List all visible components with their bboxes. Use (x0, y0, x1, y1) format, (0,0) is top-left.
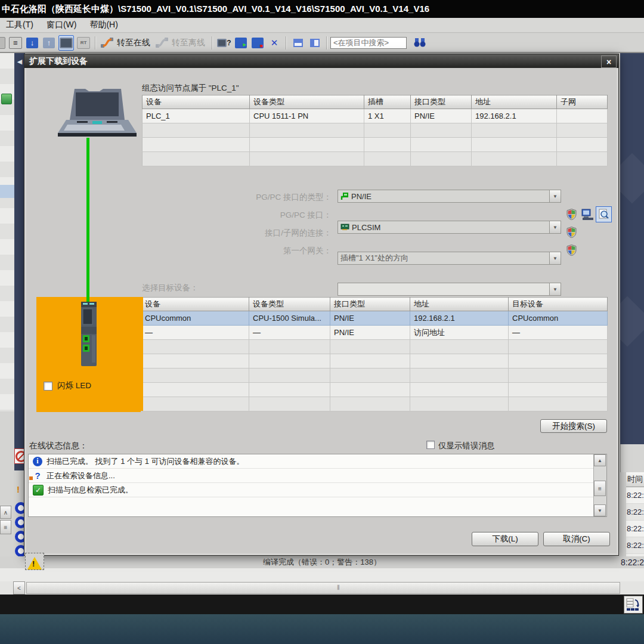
download-to-device-icon[interactable]: ↓ (25, 36, 39, 50)
go-offline-label[interactable]: 转至离线 (172, 38, 205, 48)
target-row-selected[interactable]: CPUcommonCPU-1500 Simula... PN/IE192.168… (141, 311, 608, 326)
go-online-icon[interactable] (100, 36, 114, 50)
uac-shield-icon (566, 244, 577, 256)
hscroll-grip[interactable]: ⦀ (337, 584, 340, 592)
table-row[interactable] (141, 397, 608, 411)
cancel-button[interactable]: 取消(C) (543, 532, 610, 546)
column-header[interactable]: 设备 (141, 298, 249, 311)
window-titlebar: 中石化洛阳（陕西延长中煤）\S71500_AVI_V0.1\S71500_AVI… (0, 0, 644, 18)
save-window-settings-icon[interactable]: ▥ (8, 36, 23, 50)
plc-device-image (80, 301, 98, 367)
go-online-label[interactable]: 转至在线 (117, 38, 150, 48)
uac-shield-icon (566, 227, 577, 238)
warning-exclaim-icon: ! (17, 484, 20, 494)
left-scroll-thumb[interactable]: ≡ (0, 520, 11, 534)
status-message[interactable]: ? 正在检索设备信息... (29, 469, 594, 483)
compile-warning-selection[interactable]: ! (25, 553, 44, 570)
scroll-up-button[interactable]: ▲ (594, 454, 606, 466)
download-dialog: 扩展下载到设备 × 组态访问节点属于 "PLC_1" 设备 设备类型 插槽 接口… (24, 54, 619, 556)
menu-help[interactable]: 帮助(H) (89, 20, 117, 30)
column-header[interactable]: 接口类型 (330, 298, 410, 311)
tree-selected-row[interactable] (0, 185, 14, 198)
left-scroll-up-button[interactable]: ∧ (0, 506, 11, 519)
retrieving-icon: ? (33, 471, 42, 481)
pgpc-type-select[interactable]: PN/IE ▼ (338, 190, 561, 203)
time-cell: 8:22:2 (626, 537, 644, 554)
column-header[interactable]: 设备类型 (250, 95, 364, 109)
column-header[interactable]: 子网 (557, 95, 608, 109)
pgpc-if-select[interactable]: PLCSIM ▼ (338, 221, 561, 234)
plcsim-card-icon (340, 224, 349, 231)
pnie-icon (340, 192, 349, 200)
pg-laptop-image (54, 84, 144, 141)
close-icon: × (606, 57, 611, 67)
start-search-button[interactable]: 开始搜索(S) (540, 419, 607, 433)
horizontal-scrollbar[interactable]: < ⦀ (0, 581, 644, 595)
download-button[interactable]: 下载(L) (472, 532, 538, 546)
portal-view-button[interactable] (624, 596, 643, 614)
target-row[interactable]: —— PN/IE访问地址 — (141, 326, 608, 340)
table-row[interactable] (143, 123, 608, 138)
accessible-devices-icon[interactable]: ? (217, 36, 231, 50)
watermark-shape (620, 153, 644, 204)
runtime-icon[interactable]: RT (76, 36, 91, 50)
table-row[interactable] (143, 138, 608, 152)
compile-status-text: 编译完成（错误：0；警告：138） (263, 558, 381, 566)
select-target-label: 选择目标设备： (142, 283, 199, 293)
menu-window[interactable]: 窗口(W) (47, 20, 77, 30)
table-row[interactable] (141, 383, 608, 397)
connection-select[interactable]: 插槽"1 X1"处的方向 ▼ (338, 252, 561, 265)
info-icon: i (33, 457, 42, 466)
column-header[interactable]: 插槽 (364, 95, 411, 109)
gateway-select[interactable]: ▼ (338, 283, 561, 296)
column-header[interactable]: 地址 (410, 298, 509, 311)
split-horizontal-icon[interactable] (291, 36, 305, 50)
hscroll-left-button[interactable]: < (13, 581, 25, 595)
table-row[interactable] (141, 354, 608, 369)
split-vertical-icon[interactable] (308, 36, 322, 50)
column-header[interactable]: 设备 (143, 95, 250, 109)
search-devices-button[interactable] (596, 206, 612, 222)
stop-cpu-icon[interactable]: ■ (250, 36, 265, 50)
computer-icon[interactable] (581, 209, 595, 221)
tree-item-icon[interactable] (1, 94, 12, 104)
menu-bar: 工具(T) 窗口(W) 帮助(H) (0, 18, 644, 33)
start-cpu-icon[interactable]: ▸ (234, 36, 248, 50)
table-row[interactable] (141, 369, 608, 383)
dialog-close-button[interactable]: × (601, 55, 617, 68)
cross-reference-icon[interactable]: ✕ (267, 36, 281, 50)
time-cell: 8:22:2 (626, 521, 644, 537)
table-row[interactable] (141, 340, 608, 354)
go-offline-icon[interactable] (155, 36, 169, 50)
status-message[interactable]: ✓ 扫描与信息检索已完成。 (29, 483, 594, 497)
flash-led-checkbox[interactable] (44, 382, 52, 391)
time-column-header: 时间 (626, 472, 644, 487)
column-header[interactable]: 接口类型 (411, 95, 472, 109)
status-spacer (0, 568, 644, 581)
dialog-titlebar[interactable]: 扩展下载到设备 (24, 54, 618, 68)
hscroll-track[interactable]: ⦀ (26, 582, 620, 594)
column-header[interactable]: 地址 (472, 95, 557, 109)
upload-from-device-icon[interactable]: ↑ (42, 36, 56, 50)
table-row[interactable] (143, 152, 608, 166)
status-message[interactable]: i 扫描已完成。 找到了 1 个与 1 可访问设备相兼容的设备。 (29, 454, 594, 469)
scroll-down-button[interactable]: ▼ (594, 504, 606, 516)
dropdown-arrow-icon[interactable]: ▼ (549, 283, 561, 295)
table-row[interactable]: PLC_1CPU 1511-1 PN 1 X1PN/IE 192.168.2.1 (143, 109, 608, 123)
scroll-thumb[interactable]: ≡ (594, 481, 606, 496)
target-device-table: 设备 设备类型 接口类型 地址 目标设备 CPUcommonCPU-1500 S… (141, 297, 608, 411)
messages-scrollbar[interactable]: ▲ ≡ ▼ (593, 454, 606, 516)
menu-tools[interactable]: 工具(T) (6, 20, 33, 30)
column-header[interactable]: 目标设备 (509, 298, 608, 311)
start-simulation-icon[interactable] (58, 35, 74, 51)
status-message-text: 扫描已完成。 找到了 1 个与 1 可访问设备相兼容的设备。 (47, 456, 244, 467)
dropdown-arrow-icon[interactable]: ▼ (549, 190, 561, 202)
column-header[interactable]: 设备类型 (249, 298, 330, 311)
right-panel-step (620, 444, 644, 472)
only-errors-checkbox[interactable] (426, 441, 435, 449)
dropdown-arrow-icon[interactable]: ▼ (549, 252, 561, 264)
find-binoculars-icon[interactable] (413, 36, 427, 50)
search-input[interactable] (330, 37, 407, 49)
toolbar-separator (326, 36, 327, 49)
dropdown-arrow-icon[interactable]: ▼ (549, 221, 561, 233)
